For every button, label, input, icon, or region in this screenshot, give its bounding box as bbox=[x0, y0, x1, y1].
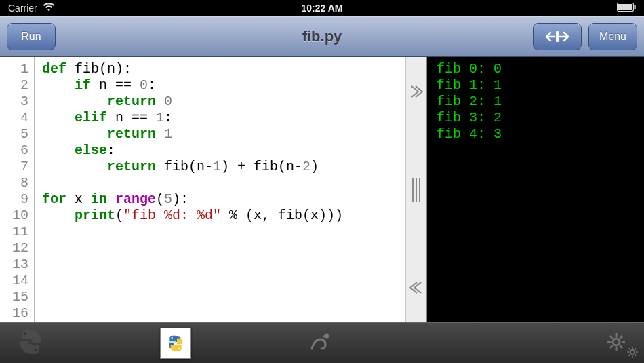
svg-point-4 bbox=[24, 332, 26, 335]
code-editor[interactable]: 12345678910111213141516 def fib(n): if n… bbox=[0, 57, 405, 322]
svg-line-24 bbox=[635, 354, 636, 356]
battery-icon bbox=[617, 3, 636, 14]
clock: 10:22 AM bbox=[302, 3, 343, 14]
bottom-bar bbox=[0, 322, 644, 363]
code-text[interactable]: def fib(n): if n == 0: return 0 elif n =… bbox=[35, 57, 405, 322]
svg-line-16 bbox=[610, 345, 613, 348]
menu-button[interactable]: Menu bbox=[588, 23, 637, 50]
svg-rect-3 bbox=[556, 31, 559, 42]
wifi-icon bbox=[43, 3, 55, 14]
file-title: fib.py bbox=[302, 28, 342, 45]
snake-icon[interactable] bbox=[306, 328, 334, 358]
active-document-icon[interactable] bbox=[160, 328, 191, 359]
split-view-button[interactable] bbox=[533, 23, 582, 50]
pane-divider[interactable] bbox=[405, 57, 427, 322]
svg-rect-1 bbox=[635, 5, 636, 9]
output-console[interactable]: fib 0: 0fib 1: 1fib 2: 1fib 3: 2fib 4: 3 bbox=[427, 57, 644, 322]
status-bar: Carrier 10:22 AM bbox=[0, 0, 644, 16]
svg-point-6 bbox=[172, 337, 173, 338]
toolbar: Run fib.py Menu bbox=[0, 16, 644, 57]
svg-point-8 bbox=[325, 333, 329, 338]
drag-grip-icon[interactable] bbox=[412, 178, 420, 202]
carrier-label: Carrier bbox=[8, 3, 37, 14]
settings-gear-small-icon[interactable] bbox=[626, 346, 639, 361]
content-area: 12345678910111213141516 def fib(n): if n… bbox=[0, 57, 644, 322]
svg-line-23 bbox=[629, 349, 630, 350]
expand-right-icon[interactable] bbox=[409, 84, 424, 99]
svg-line-14 bbox=[610, 336, 613, 339]
svg-line-25 bbox=[629, 354, 630, 356]
python-icon[interactable] bbox=[16, 328, 45, 359]
svg-line-17 bbox=[620, 336, 623, 339]
svg-line-15 bbox=[620, 345, 623, 348]
expand-left-icon[interactable] bbox=[409, 280, 424, 295]
svg-line-26 bbox=[635, 349, 636, 350]
svg-point-5 bbox=[35, 349, 37, 351]
line-number-gutter: 12345678910111213141516 bbox=[0, 57, 35, 322]
svg-rect-2 bbox=[618, 4, 632, 10]
settings-gear-icon[interactable] bbox=[606, 332, 626, 355]
run-button[interactable]: Run bbox=[7, 23, 56, 50]
svg-point-18 bbox=[630, 350, 635, 354]
svg-point-9 bbox=[613, 339, 620, 345]
svg-point-7 bbox=[178, 347, 180, 349]
